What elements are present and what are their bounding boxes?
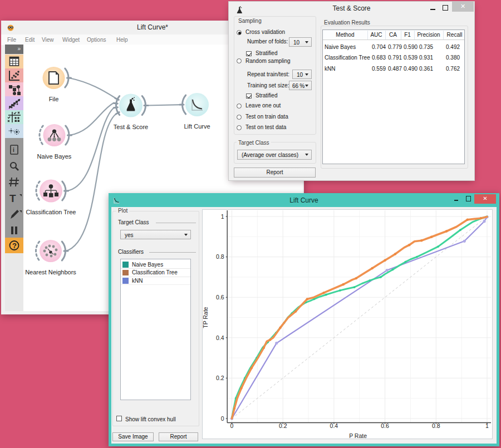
svg-text:File: File [49,96,59,102]
svg-text:0.4: 0.4 [216,334,224,341]
svg-text:0: 0 [221,415,224,422]
svg-text:i: i [13,147,14,153]
svg-text:Classification Tree: Classification Tree [26,209,76,215]
svg-text:Test & Score: Test & Score [114,124,148,130]
svg-text:Nearest Neighbors: Nearest Neighbors [25,269,76,275]
svg-text:?: ? [12,242,17,250]
svg-text:P Rate: P Rate [349,432,367,439]
svg-text:T: T [9,193,16,204]
svg-text:0: 0 [230,422,234,429]
svg-text:0.6: 0.6 [216,294,224,301]
svg-text:1: 1 [221,213,224,220]
svg-text:0.4: 0.4 [330,422,338,429]
svg-text:0.2: 0.2 [216,375,224,381]
svg-text:0.8: 0.8 [432,422,440,429]
svg-text:Lift Curve: Lift Curve [184,123,210,130]
svg-text:Naive Bayes: Naive Bayes [37,153,72,160]
svg-text:TP Rate: TP Rate [203,307,209,328]
svg-text:0.2: 0.2 [279,422,287,429]
svg-text:0.6: 0.6 [381,422,389,429]
svg-text:0.8: 0.8 [216,253,224,260]
svg-text:1: 1 [485,422,489,429]
